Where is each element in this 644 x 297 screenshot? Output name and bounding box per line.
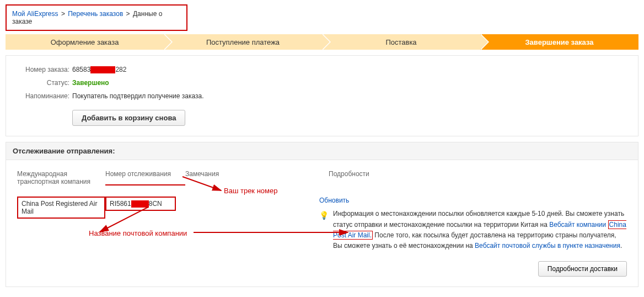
status-value: Завершено (72, 79, 109, 87)
tracking-panel: Отслеживание отправления: Международная … (6, 142, 638, 287)
refresh-link[interactable]: Обновить (319, 197, 627, 204)
reminder-label: Напоминание: (17, 92, 72, 100)
breadcrumb: Мой AliExpress > Перечень заказов > Данн… (6, 4, 187, 31)
th-remarks: Замечания (185, 170, 329, 185)
order-info-panel: Номер заказа: 68583282 Статус: Завершено… (6, 55, 638, 136)
redacted-block (90, 66, 115, 73)
anno-track-number: Ваш трек номер (224, 187, 277, 195)
breadcrumb-sep: > (126, 10, 130, 18)
step-order: Оформление заказа (6, 34, 164, 50)
delivery-details-button[interactable]: Подробности доставки (538, 261, 627, 277)
tracking-header: Отслеживание отправления: (6, 142, 638, 160)
add-to-cart-button[interactable]: Добавить в корзину снова (72, 110, 185, 126)
reminder-value: Покупатель подтвердил получение заказа. (72, 92, 204, 100)
th-trackno: Номер отслеживания (105, 170, 185, 185)
bulb-icon: 💡 (319, 209, 329, 251)
order-number-value: 68583282 (72, 66, 126, 73)
breadcrumb-home-link[interactable]: Мой AliExpress (12, 10, 58, 18)
th-details: Подробности (329, 170, 380, 185)
step-shipping: Поставка (322, 34, 480, 50)
shipping-details-text: 💡 Информация о местонахождении посылки о… (319, 209, 627, 251)
breadcrumb-orders-link[interactable]: Перечень заказов (68, 10, 123, 18)
step-complete: Завершение заказа (480, 34, 638, 50)
shipping-company: China Post Registered Air Mail (17, 197, 105, 219)
redacted-block (131, 200, 149, 208)
breadcrumb-sep: > (61, 10, 65, 18)
dest-postal-link[interactable]: Вебсайт почтовой службы в пункте назначе… (475, 242, 620, 250)
step-payment: Поступление платежа (164, 34, 322, 50)
progress-steps: Оформление заказа Поступление платежа По… (6, 34, 638, 50)
tracking-number: RI58618CN (105, 197, 176, 211)
order-number-label: Номер заказа: (17, 66, 72, 73)
status-label: Статус: (17, 79, 72, 87)
th-company: Международная транспортная компания (17, 170, 105, 185)
